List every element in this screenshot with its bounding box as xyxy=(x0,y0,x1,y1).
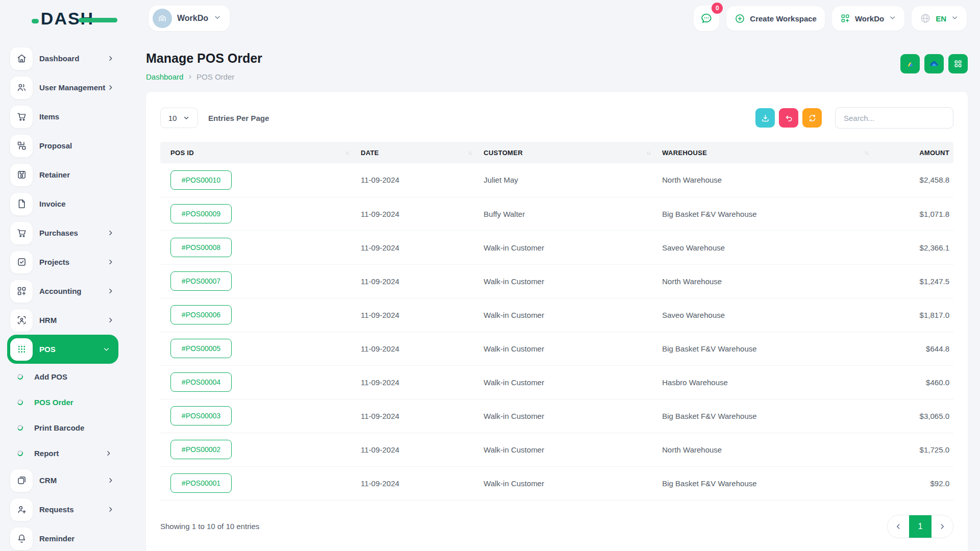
onedrive-button[interactable] xyxy=(924,54,944,73)
prev-page-button[interactable] xyxy=(888,515,909,538)
grid-dots-icon xyxy=(10,338,33,361)
sidebar-item-crm[interactable]: CRM xyxy=(0,466,126,495)
pos-id-badge[interactable]: #POS00003 xyxy=(170,406,232,425)
breadcrumb-home-link[interactable]: Dashboard xyxy=(146,72,183,81)
chevron-right-icon xyxy=(107,316,114,324)
logo-accent-bar xyxy=(79,18,117,22)
sidebar-item-accounting[interactable]: Accounting xyxy=(0,277,126,306)
main-content: Manage POS Order Dashboard › POS Order xyxy=(126,37,980,551)
download-icon xyxy=(761,113,770,123)
column-header-amount: AMOUNT xyxy=(874,142,953,163)
sidebar-nav: DashboardUser ManagementItemsProposalRet… xyxy=(0,44,126,551)
building-icon xyxy=(157,13,167,23)
workspace-selector[interactable]: WorkDo xyxy=(149,6,230,31)
sidebar-item-projects[interactable]: Projects xyxy=(0,247,126,277)
pos-id-badge[interactable]: #POS00009 xyxy=(170,204,232,223)
sidebar-item-label: Items xyxy=(39,112,59,121)
sidebar-item-pos[interactable]: POS xyxy=(7,335,118,364)
sidebar-item-retainer[interactable]: Retainer xyxy=(0,160,126,189)
customer-cell: Walk-in Customer xyxy=(478,433,656,466)
sidebar-item-reminder[interactable]: Reminder xyxy=(0,524,126,551)
column-label: DATE xyxy=(361,149,379,157)
pos-id-badge[interactable]: #POS00002 xyxy=(170,440,232,459)
next-page-button[interactable] xyxy=(932,515,953,538)
sidebar-item-add-pos[interactable]: Add POS xyxy=(0,364,126,389)
breadcrumb-separator-icon: › xyxy=(188,71,191,82)
column-header-date[interactable]: DATE↑↓ xyxy=(355,142,478,163)
table-row: #POS0000111-09-2024Walk-in CustomerBig B… xyxy=(160,466,953,500)
grid-plus-icon xyxy=(840,13,850,23)
table-footer: Showing 1 to 10 of 10 entries 1 xyxy=(160,515,953,538)
pos-id-cell: #POS00002 xyxy=(160,433,355,466)
sidebar-item-report[interactable]: Report xyxy=(0,440,126,466)
org-switcher-button[interactable]: WorkDo xyxy=(832,6,904,31)
search-input[interactable] xyxy=(835,107,953,129)
sidebar-item-purchases[interactable]: Purchases xyxy=(0,218,126,247)
date-cell: 11-09-2024 xyxy=(355,231,478,264)
file-icon xyxy=(10,193,33,215)
table-head: POS ID↑↓DATE↑↓CUSTOMER↑↓WAREHOUSE↑↓AMOUN… xyxy=(160,142,953,163)
plus-circle-icon xyxy=(734,13,745,24)
pos-id-badge[interactable]: #POS00007 xyxy=(170,271,232,291)
entries-per-page-select[interactable]: 10 xyxy=(160,108,198,128)
page-header: Manage POS Order Dashboard › POS Order xyxy=(146,51,968,82)
chat-bubble-icon xyxy=(700,12,713,25)
layout-icon xyxy=(10,469,33,492)
column-header-warehouse[interactable]: WAREHOUSE↑↓ xyxy=(656,142,874,163)
chevron-right-icon xyxy=(107,506,114,513)
chat-badge: 0 xyxy=(712,3,723,14)
messages-button[interactable]: 0 xyxy=(694,6,719,31)
sidebar-item-requests[interactable]: Requests xyxy=(0,495,126,524)
column-label: WAREHOUSE xyxy=(662,149,707,157)
customer-cell: Walk-in Customer xyxy=(478,264,656,298)
sidebar-item-print-barcode[interactable]: Print Barcode xyxy=(0,415,126,440)
pos-id-cell: #POS00005 xyxy=(160,332,355,365)
entries-value: 10 xyxy=(168,114,177,122)
column-header-customer[interactable]: CUSTOMER↑↓ xyxy=(478,142,656,163)
create-workspace-button[interactable]: Create Workspace xyxy=(726,6,825,31)
sidebar-item-hrm[interactable]: HRM xyxy=(0,306,126,335)
pos-id-badge[interactable]: #POS00006 xyxy=(170,305,232,324)
pos-id-badge[interactable]: #POS00001 xyxy=(170,473,232,493)
sidebar-item-dashboard[interactable]: Dashboard xyxy=(0,44,126,73)
pos-id-cell: #POS00007 xyxy=(160,264,355,298)
refresh-button[interactable] xyxy=(802,108,822,128)
sort-icon[interactable]: ↑↓ xyxy=(345,149,349,156)
pos-id-badge[interactable]: #POS00005 xyxy=(170,339,232,358)
pos-id-cell: #POS00003 xyxy=(160,399,355,433)
grid-view-icon xyxy=(953,59,963,69)
sidebar-item-user-management[interactable]: User Management xyxy=(0,73,126,102)
sort-icon[interactable]: ↑↓ xyxy=(865,149,868,156)
amount-cell: $1,247.5 xyxy=(874,264,953,298)
pos-id-badge[interactable]: #POS00010 xyxy=(170,170,232,190)
table-toolbar: 10 Entries Per Page xyxy=(160,107,953,129)
chevron-down-icon xyxy=(103,345,110,353)
sort-icon[interactable]: ↑↓ xyxy=(468,149,472,156)
reset-button[interactable] xyxy=(779,108,798,128)
app-logo[interactable]: DASH xyxy=(32,9,94,29)
sort-icon[interactable]: ↑↓ xyxy=(646,149,650,156)
grid-view-button[interactable] xyxy=(948,54,968,73)
chevron-left-icon xyxy=(894,522,902,531)
table-row: #POS0000911-09-2024Buffy WalterBig Baske… xyxy=(160,197,953,231)
date-cell: 11-09-2024 xyxy=(355,399,478,433)
google-drive-button[interactable] xyxy=(900,54,920,73)
sidebar-item-pos-order[interactable]: POS Order xyxy=(0,389,126,415)
floppy-icon xyxy=(10,164,33,186)
sidebar-item-invoice[interactable]: Invoice xyxy=(0,189,126,218)
topbar-actions: 0 Create Workspace WorkDo EN xyxy=(694,6,980,31)
globe-icon xyxy=(920,13,931,24)
column-header-pos-id[interactable]: POS ID↑↓ xyxy=(160,142,355,163)
chevron-down-icon xyxy=(183,114,190,121)
language-selector[interactable]: EN xyxy=(912,6,967,31)
pos-id-badge[interactable]: #POS00008 xyxy=(170,238,232,257)
sidebar-item-items[interactable]: Items xyxy=(0,102,126,131)
amount-cell: $1,725.0 xyxy=(874,433,953,466)
chevron-down-icon xyxy=(951,14,959,23)
export-button[interactable] xyxy=(755,108,775,128)
chevron-right-icon xyxy=(105,449,112,457)
sidebar-item-proposal[interactable]: Proposal xyxy=(0,131,126,160)
pos-id-badge[interactable]: #POS00004 xyxy=(170,372,232,392)
user-plus-icon xyxy=(10,498,33,521)
page-number[interactable]: 1 xyxy=(909,515,932,538)
